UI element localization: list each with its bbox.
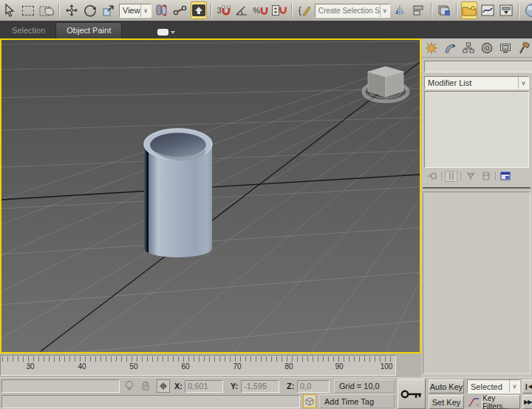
default-in-out-tangents-icon[interactable] (467, 395, 480, 409)
selection-lock-icon[interactable] (140, 381, 151, 394)
main-toolbar: View ∨ + + 3 % (0, 0, 532, 21)
divider (460, 172, 461, 180)
selected-filter-dropdown[interactable]: Selected ∨ (467, 379, 520, 393)
spinner-snap-icon[interactable] (271, 1, 287, 19)
hierarchy-tab-icon[interactable] (461, 41, 475, 55)
frame-label: 90 (335, 362, 343, 371)
timeline-ruler[interactable]: 30 40 50 60 70 80 90 100 (0, 355, 396, 376)
object-name-field[interactable] (424, 61, 532, 72)
graphite-modeling-tools-toggle[interactable] (461, 1, 477, 19)
prompt-line (1, 379, 120, 393)
curve-editor-icon[interactable] (480, 1, 496, 19)
add-time-tag[interactable]: Add Time Tag (319, 394, 395, 408)
material-editor-icon[interactable] (523, 1, 532, 19)
select-object-icon[interactable] (1, 1, 18, 19)
toolbar-separator (291, 3, 293, 18)
z-coord-field[interactable]: 0,0 (297, 380, 330, 393)
reference-coordinate-system-dropdown[interactable]: View ∨ (119, 4, 151, 18)
select-and-manipulate-icon[interactable] (172, 1, 188, 19)
z-coord-label: Z: (287, 382, 294, 391)
frame-label: 50 (129, 362, 137, 371)
motion-tab-icon[interactable] (480, 41, 494, 55)
perspective-viewport[interactable] (0, 38, 421, 354)
mirror-icon[interactable] (392, 1, 409, 19)
keyboard-shortcut-override-toggle[interactable] (191, 1, 207, 19)
named-selection-set-dropdown[interactable]: Create Selection Se ∨ (315, 4, 390, 18)
grid-setting-display: Grid = 10,0 (334, 379, 395, 393)
toolbar-separator (456, 3, 457, 18)
rectangular-selection-icon[interactable] (20, 1, 36, 19)
remove-modifier-button[interactable] (480, 171, 492, 182)
toolbar-separator (211, 3, 212, 18)
configure-modifier-sets-button[interactable] (499, 171, 511, 182)
adaptive-degradation-icon[interactable] (124, 380, 134, 395)
toolbar-separator (431, 3, 432, 18)
status-line (1, 395, 300, 408)
frame-label: 70 (233, 362, 241, 371)
x-coord-field[interactable]: 0,601 (185, 380, 223, 393)
toolbar-separator (518, 3, 519, 18)
create-tab-icon[interactable] (424, 41, 438, 55)
make-unique-button[interactable] (464, 171, 477, 182)
select-and-rotate-icon[interactable] (82, 1, 98, 19)
key-filters-button[interactable]: Key Filters... (482, 395, 520, 409)
edit-named-selection-sets-icon[interactable]: { (296, 1, 313, 19)
frame-label: 30 (26, 362, 34, 371)
chevron-down-icon: ∨ (140, 4, 151, 17)
auto-key-button[interactable]: Auto Key (429, 379, 464, 393)
command-panel: Modifier List ∨ (421, 38, 532, 377)
layer-manager-icon[interactable] (436, 1, 452, 19)
y-coord-field[interactable]: -1,595 (241, 380, 279, 393)
toolbar-separator (58, 3, 60, 18)
schematic-view-icon[interactable] (498, 1, 514, 19)
ribbon-tab-bar: Selection Object Paint (0, 21, 532, 38)
divider (495, 172, 496, 180)
svg-text:+: + (163, 12, 167, 18)
viewcube (364, 67, 408, 101)
percent-snap-icon[interactable]: % (253, 1, 269, 19)
isolate-selection-toggle[interactable] (303, 394, 316, 408)
tab-object-paint[interactable]: Object Paint (55, 22, 122, 38)
angle-snap-icon[interactable] (234, 1, 250, 19)
modifier-stack-list[interactable] (424, 91, 529, 168)
divider (441, 172, 442, 180)
select-and-scale-icon[interactable] (100, 1, 117, 19)
selected-filter-value: Selected (471, 382, 502, 391)
time-slider-track[interactable]: 30 40 50 60 70 80 90 100 (0, 354, 421, 377)
modifier-list-dropdown[interactable]: Modifier List ∨ (424, 76, 529, 89)
set-key-button[interactable]: Set Key (429, 395, 464, 409)
select-and-move-icon[interactable] (64, 1, 80, 19)
go-to-start-button[interactable]: ❙◀◀ (522, 379, 532, 393)
frame-label: 60 (181, 362, 189, 371)
chevron-down-icon: ∨ (509, 380, 519, 393)
selection-set-value: Create Selection Se (318, 7, 380, 15)
transform-type-in-icon[interactable] (157, 379, 170, 393)
set-keys-button[interactable] (398, 379, 426, 409)
display-tab-icon[interactable] (498, 41, 512, 55)
chevron-down-icon (171, 31, 175, 34)
go-to-end-button[interactable]: ▶▶❙ (522, 395, 532, 409)
rollout-area (423, 192, 531, 374)
ribbon-pill-icon (157, 29, 168, 36)
status-bar: X: 0,601 Y: -1,595 Z: 0,0 Grid = 10,0 Ad… (0, 377, 532, 409)
utilities-tab-icon[interactable] (516, 41, 531, 55)
modifier-list-label: Modifier List (428, 78, 471, 87)
command-panel-tabs (421, 38, 532, 58)
snaps-toggle-3d-icon[interactable]: 3 (216, 1, 232, 19)
percent-label: % (253, 6, 260, 15)
frame-label: 80 (284, 362, 293, 371)
minimize-ribbon-button[interactable] (157, 29, 175, 36)
window-crossing-icon[interactable] (38, 1, 55, 19)
align-icon[interactable] (411, 1, 427, 19)
show-end-result-button[interactable] (445, 171, 457, 182)
tab-selection[interactable]: Selection (1, 23, 55, 38)
y-coord-label: Y: (231, 382, 238, 391)
modifier-stack-toolbar (421, 168, 532, 183)
frame-label: 100 (381, 362, 393, 371)
viewport-scene (1, 40, 420, 352)
chevron-down-icon: ∨ (518, 77, 528, 89)
x-coord-label: X: (174, 382, 183, 391)
pin-stack-button[interactable] (426, 171, 438, 182)
modify-tab-icon[interactable] (443, 41, 457, 55)
use-pivot-point-center-icon[interactable]: + + (154, 1, 170, 19)
